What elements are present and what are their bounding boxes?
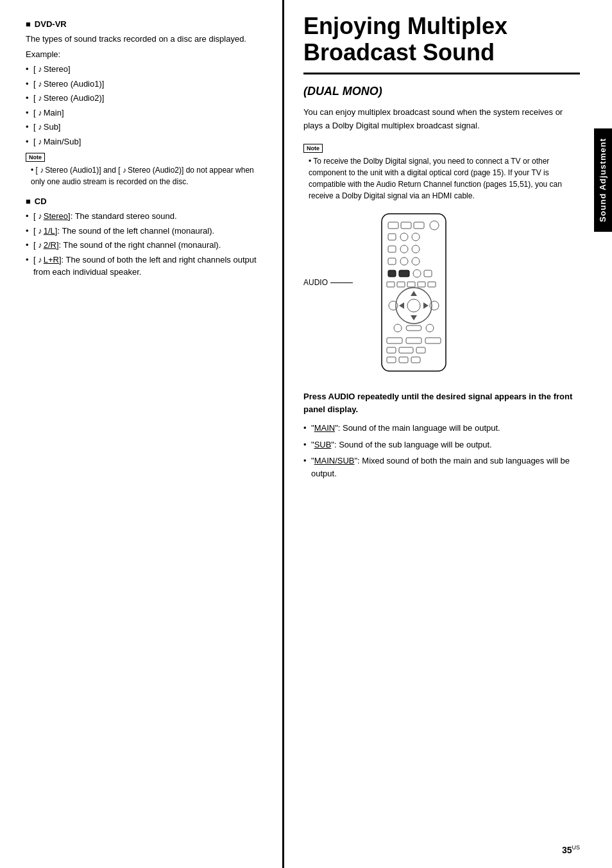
right-column: Enjoying Multiplex Broadcast Sound (DUAL… bbox=[282, 0, 612, 868]
svg-point-33 bbox=[426, 324, 434, 332]
svg-rect-3 bbox=[414, 222, 424, 229]
intro-text: You can enjoy multiplex broadcast sound … bbox=[303, 106, 580, 133]
svg-rect-40 bbox=[387, 357, 396, 363]
svg-rect-35 bbox=[406, 338, 421, 343]
svg-rect-1 bbox=[388, 222, 398, 229]
music-note-icon bbox=[38, 240, 44, 250]
stereo-underline: Stereo bbox=[44, 211, 68, 221]
svg-rect-41 bbox=[399, 357, 408, 363]
list-item: "SUB": Sound of the sub language will be… bbox=[303, 438, 580, 451]
left-column: DVD-VR The types of sound tracks recorde… bbox=[0, 0, 282, 868]
svg-marker-25 bbox=[411, 291, 417, 296]
dvd-vr-heading: DVD-VR bbox=[26, 19, 269, 29]
svg-point-12 bbox=[400, 257, 408, 265]
2r-underline: 2/R bbox=[44, 240, 56, 250]
svg-rect-37 bbox=[387, 347, 396, 353]
svg-marker-28 bbox=[423, 302, 429, 309]
svg-point-24 bbox=[407, 299, 420, 312]
list-item: [ Stereo] bbox=[26, 63, 269, 76]
svg-point-9 bbox=[400, 245, 408, 253]
cd-title: CD bbox=[35, 196, 47, 206]
svg-rect-36 bbox=[425, 338, 441, 343]
list-item: "MAIN/SUB": Mixed sound of both the main… bbox=[303, 455, 580, 480]
svg-rect-38 bbox=[399, 347, 413, 353]
note-content: • [ Stereo (Audio1)] and [ Stereo (Audio… bbox=[26, 164, 269, 187]
svg-rect-34 bbox=[387, 338, 402, 343]
svg-point-7 bbox=[412, 233, 420, 241]
svg-rect-14 bbox=[388, 270, 396, 277]
svg-point-4 bbox=[430, 221, 439, 230]
sub-title: (DUAL MONO) bbox=[303, 85, 580, 98]
audio-line bbox=[330, 282, 353, 283]
page-container: DVD-VR The types of sound tracks recorde… bbox=[0, 0, 612, 868]
right-note: Note • To receive the Dolby Digital sign… bbox=[303, 143, 580, 202]
music-note-icon bbox=[40, 166, 45, 175]
svg-marker-27 bbox=[399, 302, 404, 309]
dvd-vr-title: DVD-VR bbox=[35, 19, 67, 29]
list-item: [ Stereo (Audio1)] bbox=[26, 78, 269, 91]
sub-underline: SUB bbox=[314, 440, 332, 449]
lr-underline: L+R bbox=[44, 255, 59, 265]
remote-illustration: AUDIO bbox=[303, 211, 580, 378]
dvd-vr-example: Example: bbox=[26, 48, 269, 61]
right-note-label: Note bbox=[303, 144, 323, 153]
list-item: [ 2/R]: The sound of the right channel (… bbox=[26, 239, 269, 252]
svg-point-10 bbox=[412, 245, 420, 253]
page-suffix: US bbox=[572, 844, 580, 851]
svg-rect-42 bbox=[411, 357, 420, 363]
music-note-icon bbox=[38, 137, 44, 146]
list-item: [ L+R]: The sound of both the left and r… bbox=[26, 254, 269, 279]
note-label: Note bbox=[26, 153, 45, 162]
side-tab: Sound Adjustment bbox=[594, 128, 612, 232]
remote-svg bbox=[362, 211, 465, 378]
instruction-text: Press AUDIO repeatedly until the desired… bbox=[303, 390, 580, 415]
main-title: Enjoying Multiplex Broadcast Sound bbox=[303, 13, 580, 74]
list-item: [ Stereo]: The standard stereo sound. bbox=[26, 210, 269, 223]
music-note-icon bbox=[38, 64, 44, 74]
svg-rect-8 bbox=[388, 246, 396, 252]
list-item: [ Stereo (Audio2)] bbox=[26, 92, 269, 105]
svg-marker-26 bbox=[411, 315, 417, 320]
audio-label-group: AUDIO bbox=[303, 278, 353, 287]
music-note-icon bbox=[123, 166, 128, 175]
music-note-icon bbox=[38, 255, 44, 265]
svg-point-16 bbox=[413, 270, 421, 277]
music-note-icon bbox=[38, 79, 44, 89]
svg-rect-32 bbox=[406, 326, 421, 331]
sidebar-label: Sound Adjustment bbox=[598, 138, 608, 222]
1l-underline: 1/L bbox=[44, 226, 55, 236]
svg-rect-19 bbox=[397, 282, 405, 287]
list-item: [ Main] bbox=[26, 107, 269, 119]
list-item: [ Sub] bbox=[26, 121, 269, 134]
svg-point-6 bbox=[400, 233, 408, 241]
dvd-vr-note: Note • [ Stereo (Audio1)] and [ Stereo (… bbox=[26, 152, 269, 187]
right-note-content: • To receive the Dolby Digital signal, y… bbox=[303, 155, 580, 202]
svg-rect-21 bbox=[418, 282, 425, 287]
music-note-icon bbox=[38, 122, 44, 132]
main-underline: MAIN bbox=[314, 423, 336, 433]
page-number-value: 35 bbox=[562, 845, 572, 855]
svg-point-30 bbox=[430, 301, 439, 310]
svg-rect-20 bbox=[407, 282, 415, 287]
svg-rect-2 bbox=[401, 222, 411, 229]
page-number: 35US bbox=[562, 844, 580, 855]
list-item: "MAIN": Sound of the main language will … bbox=[303, 422, 580, 435]
list-item: [ Main/Sub] bbox=[26, 135, 269, 148]
svg-rect-39 bbox=[416, 347, 425, 353]
dvd-vr-intro: The types of sound tracks recorded on a … bbox=[26, 33, 269, 46]
svg-rect-22 bbox=[428, 282, 436, 287]
music-note-icon bbox=[38, 93, 44, 103]
svg-rect-18 bbox=[387, 282, 395, 287]
music-note-icon bbox=[38, 108, 44, 117]
svg-point-13 bbox=[412, 257, 420, 265]
cd-bullet-list: [ Stereo]: The standard stereo sound. [ … bbox=[26, 210, 269, 279]
cd-heading: CD bbox=[26, 196, 269, 206]
svg-rect-11 bbox=[388, 258, 396, 265]
list-item: [ 1/L]: The sound of the left channel (m… bbox=[26, 225, 269, 238]
svg-point-31 bbox=[394, 324, 402, 332]
audio-label: AUDIO bbox=[303, 278, 328, 287]
svg-rect-17 bbox=[424, 270, 432, 277]
music-note-icon bbox=[38, 211, 44, 221]
svg-point-29 bbox=[389, 301, 398, 310]
music-note-icon bbox=[38, 226, 44, 236]
